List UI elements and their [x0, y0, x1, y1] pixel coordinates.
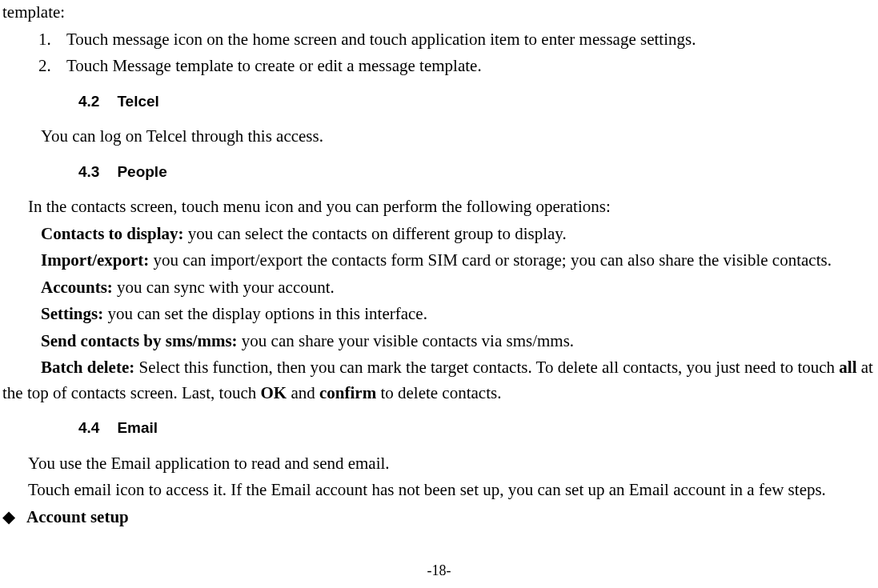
people-intro: In the contacts screen, touch menu icon …: [2, 194, 876, 220]
people-operation: Settings: you can set the display option…: [2, 302, 876, 327]
section-number: 4.4: [78, 419, 99, 436]
list-text: Touch Message template to create or edit…: [66, 54, 482, 79]
op-text: you can sync with your account.: [113, 278, 335, 297]
account-setup-item: ◆ Account setup: [2, 505, 876, 530]
account-setup-label: Account setup: [26, 505, 129, 530]
page-number: -18-: [0, 560, 878, 582]
op-label: Contacts to display:: [41, 224, 184, 243]
people-operation: Contacts to display: you can select the …: [2, 222, 876, 247]
list-number: 2.: [34, 54, 66, 79]
op-text: you can import/export the contacts form …: [149, 250, 832, 270]
op-text: you can share your visible contacts via …: [238, 331, 575, 350]
section-heading-people: 4.3People: [78, 161, 876, 184]
people-operation: Accounts: you can sync with your account…: [2, 275, 876, 301]
list-item: 2. Touch Message template to create or e…: [34, 54, 876, 79]
template-header: template:: [2, 0, 876, 26]
email-para1: You use the Email application to read an…: [2, 451, 876, 477]
list-text: Touch message icon on the home screen an…: [66, 27, 696, 53]
ordered-list: 1. Touch message icon on the home screen…: [34, 27, 876, 79]
section-title: People: [117, 163, 166, 180]
op-label: Send contacts by sms/mms:: [41, 331, 238, 350]
op-text: you can set the display options in this …: [103, 304, 427, 323]
op-text: you can select the contacts on different…: [184, 224, 567, 243]
section-heading-email: 4.4Email: [78, 417, 876, 440]
section-heading-telcel: 4.2Telcel: [78, 90, 876, 114]
section-title: Telcel: [117, 93, 158, 110]
section-number: 4.3: [78, 163, 99, 180]
op-text: to delete contacts.: [376, 383, 501, 402]
email-para2: Touch email icon to access it. If the Em…: [2, 478, 876, 503]
section-number: 4.2: [78, 93, 99, 110]
diamond-icon: ◆: [2, 505, 15, 530]
op-bold: confirm: [319, 383, 376, 402]
op-label: Batch delete:: [41, 358, 134, 377]
op-label: Accounts:: [41, 278, 113, 297]
page-content: template: 1. Touch message icon on the h…: [0, 0, 878, 530]
list-item: 1. Touch message icon on the home screen…: [34, 27, 876, 53]
op-bold: all: [839, 358, 856, 377]
section-title: Email: [117, 419, 158, 436]
people-operation: Send contacts by sms/mms: you can share …: [2, 329, 876, 354]
people-operation: Batch delete: Select this function, then…: [2, 355, 876, 406]
op-text: Select this function, then you can mark …: [134, 358, 839, 377]
op-text: and: [287, 383, 319, 402]
people-operation: Import/export: you can import/export the…: [2, 248, 876, 274]
op-label: Import/export:: [41, 250, 149, 270]
telcel-body: You can log on Telcel through this acces…: [2, 124, 876, 150]
op-bold: OK: [260, 383, 287, 402]
list-number: 1.: [34, 27, 66, 53]
op-label: Settings:: [41, 304, 103, 323]
